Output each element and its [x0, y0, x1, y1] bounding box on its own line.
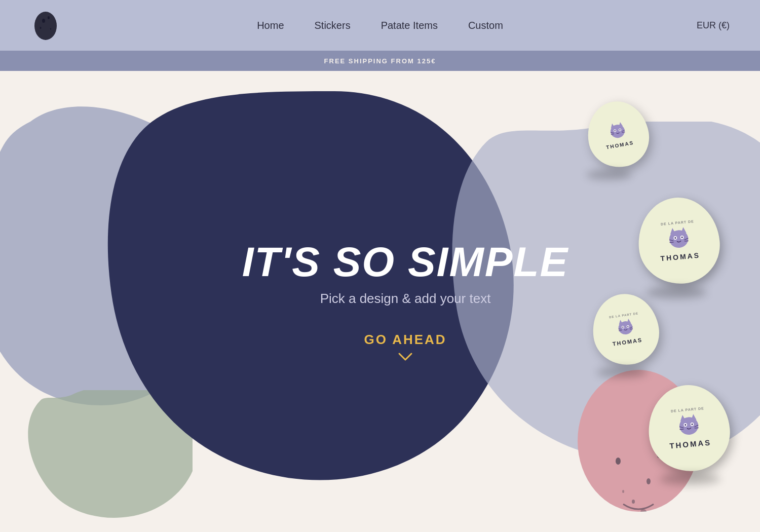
sticker-shadow-3 [597, 367, 648, 378]
svg-marker-24 [670, 227, 676, 234]
sticker-shadow-1 [586, 170, 632, 180]
svg-line-55 [695, 428, 699, 428]
cta-label[interactable]: GO AHEAD [364, 332, 446, 348]
navbar: Home Stickers Patate Items Custom EUR (€… [0, 0, 760, 51]
svg-point-0 [34, 12, 57, 40]
hero-section: THOMAS DE LA PART DE THOMAS [0, 71, 760, 532]
svg-point-4 [50, 28, 51, 30]
svg-point-6 [616, 458, 621, 465]
nav-custom[interactable]: Custom [468, 20, 503, 31]
nav-home[interactable]: Home [257, 20, 284, 31]
currency-selector[interactable]: EUR (€) [697, 20, 730, 31]
promo-banner: FREE SHIPPING FROM 125€ [0, 51, 760, 71]
svg-marker-47 [691, 414, 697, 421]
svg-point-2 [48, 16, 50, 19]
hero-title: IT'S SO SIMPLE [51, 241, 760, 283]
svg-point-3 [40, 27, 42, 29]
hero-cta: GO AHEAD [51, 332, 760, 362]
svg-line-53 [679, 429, 683, 430]
logo[interactable] [30, 7, 61, 44]
sticker-4-name: THOMAS [669, 438, 712, 450]
promo-text: FREE SHIPPING FROM 125€ [324, 57, 436, 65]
nav-patate-items[interactable]: Patate Items [381, 20, 438, 31]
svg-marker-25 [680, 226, 687, 233]
hero-subtitle: Pick a design & add your text [51, 291, 760, 307]
main-nav: Home Stickers Patate Items Custom [257, 20, 503, 31]
nav-stickers[interactable]: Stickers [315, 20, 351, 31]
sticker-1-name: THOMAS [605, 139, 634, 149]
hero-content: IT'S SO SIMPLE Pick a design & add your … [51, 241, 760, 362]
sticker-shadow-4 [660, 473, 720, 485]
svg-marker-46 [680, 415, 686, 422]
svg-point-1 [42, 19, 45, 23]
svg-point-8 [632, 500, 635, 504]
svg-point-10 [622, 490, 624, 493]
svg-point-7 [647, 478, 651, 484]
chevron-down-icon[interactable] [398, 352, 413, 362]
